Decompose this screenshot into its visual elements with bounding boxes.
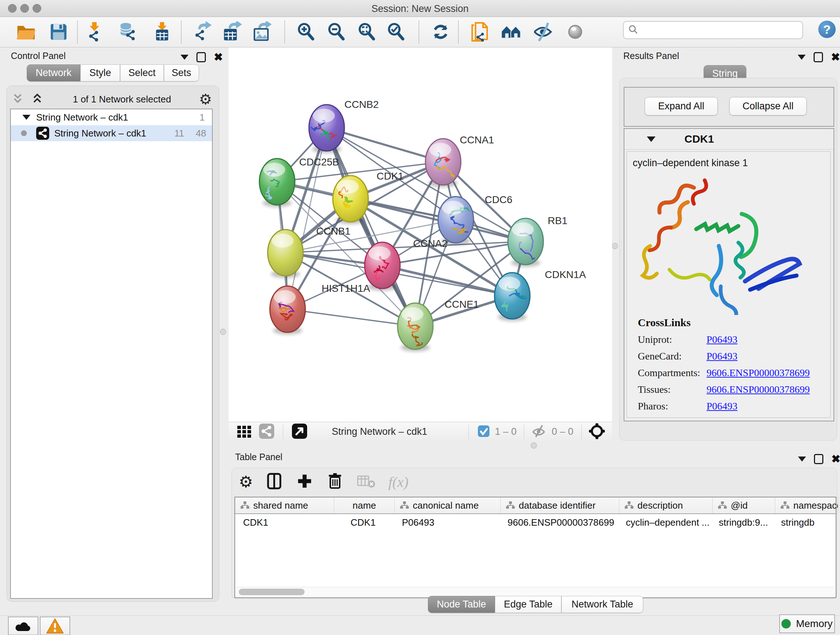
control-panel: Control Panel ✖ NetworkStyleSelectSets 1… [4, 47, 221, 603]
column-header-namespace[interactable]: namespace [775, 497, 838, 513]
column-header-name[interactable]: name [334, 497, 395, 513]
search-input[interactable] [642, 25, 802, 36]
collapse-panel-icon[interactable] [798, 55, 806, 60]
zoom-in-icon[interactable] [295, 21, 317, 42]
canvas-results-splitter[interactable] [612, 48, 617, 441]
warning-button[interactable] [40, 616, 70, 635]
collapse-all-networks-icon[interactable] [11, 92, 25, 106]
delete-column-icon[interactable] [326, 472, 344, 492]
network-from-selection-icon[interactable] [470, 21, 491, 42]
tab-select[interactable]: Select [120, 65, 164, 81]
crosslink-link[interactable]: P06493 [706, 334, 737, 345]
table-settings-gear-icon[interactable]: ⚙ [239, 474, 253, 490]
close-panel-icon[interactable]: ✖ [831, 455, 840, 463]
save-session-icon[interactable] [48, 21, 69, 42]
selected-checkbox-icon[interactable] [477, 425, 490, 439]
collapse-panel-icon[interactable] [180, 55, 188, 60]
tab-network[interactable]: Network [27, 65, 80, 81]
horizontal-splitter-handle[interactable] [531, 442, 537, 448]
add-column-icon[interactable] [295, 472, 314, 492]
main-toolbar: ? [0, 17, 840, 48]
function-builder-icon: f(x) [388, 473, 409, 491]
node-label: CCNB1 [316, 226, 351, 237]
column-header-database-identifier[interactable]: database identifier [501, 497, 619, 513]
control-canvas-splitter-handle[interactable] [220, 329, 226, 335]
tab-network-table[interactable]: Network Table [561, 596, 643, 613]
tab-sets[interactable]: Sets [164, 65, 199, 81]
collapse-panel-icon[interactable] [798, 456, 806, 462]
network-edge[interactable] [287, 309, 415, 326]
network-node-ccna2[interactable]: CCNA2 [365, 238, 447, 291]
table-row[interactable]: CDK1CDK1P064939606.ENSP00000378699cyclin… [235, 514, 836, 529]
network-node-ccnb2[interactable]: CCNB2 [309, 99, 379, 153]
crosslink-row: GeneCard: P06493 [638, 350, 830, 362]
crosslink-link[interactable]: P06493 [706, 401, 737, 412]
table-horizontal-scrollbar[interactable] [236, 587, 834, 597]
network-options-gear-icon[interactable]: ⚙ [199, 92, 212, 106]
network-canvas[interactable]: CCNB2 CCNA1 CDC25B CDK1 CDC6 RB1 CCNB1 C… [229, 48, 612, 422]
cloud-button[interactable] [8, 616, 38, 635]
column-header--id[interactable]: @id [713, 497, 775, 513]
crosslink-link[interactable]: 9606.ENSP00000378699 [706, 384, 810, 395]
session-home-icon[interactable] [501, 21, 522, 42]
scrollbar-thumb[interactable] [239, 589, 305, 595]
help-button[interactable]: ? [818, 21, 836, 38]
tab-style[interactable]: Style [80, 65, 120, 81]
column-header-shared-name[interactable]: shared name [235, 497, 334, 513]
protein-expander-icon[interactable] [647, 136, 655, 142]
network-share-icon[interactable] [258, 423, 275, 441]
close-panel-icon[interactable]: ✖ [214, 53, 223, 61]
import-table-icon[interactable] [152, 21, 172, 42]
show-columns-icon[interactable] [265, 472, 283, 492]
export-network-icon[interactable] [192, 21, 213, 42]
zoom-fit-icon[interactable] [356, 21, 377, 42]
import-network-file-icon[interactable] [85, 21, 106, 42]
network-node-cdkn1a[interactable]: CDKN1A [494, 269, 586, 321]
birdseye-view-icon[interactable] [565, 21, 586, 42]
column-header-description[interactable]: description [619, 497, 713, 513]
network-node-cdc6[interactable]: CDC6 [438, 194, 512, 245]
table-toolbar: ⚙ f(x) [239, 470, 409, 493]
expand-all-button[interactable]: Expand All [645, 97, 718, 116]
protein-details: cyclin–dependent kinase 1 [627, 151, 831, 418]
tab-node-table[interactable]: Node Table [428, 596, 495, 613]
network-view-title: String Network – cdk1 [332, 426, 427, 437]
collapse-all-button[interactable]: Collapse All [729, 97, 807, 116]
import-network-database-icon[interactable] [118, 21, 139, 42]
float-panel-icon[interactable] [196, 52, 206, 62]
network-row[interactable]: String Network – cdk1 11 48 [11, 125, 212, 141]
column-header-canonical-name[interactable]: canonical name [395, 497, 501, 513]
network-collection-row[interactable]: String Network – cdk1 1 [11, 109, 212, 125]
table-panel: Table Panel ✖ ⚙ f(x) shared namenamecano [227, 450, 840, 600]
memory-button[interactable]: Memory [779, 614, 835, 633]
detach-view-icon[interactable] [291, 423, 308, 441]
close-panel-icon[interactable]: ✖ [831, 53, 840, 61]
network-node-hist1h1a[interactable]: HIST1H1A [270, 283, 370, 334]
crosshair-target-icon[interactable] [588, 423, 606, 441]
network-node-rb1[interactable]: RB1 [508, 215, 567, 267]
grid-view-icon[interactable] [236, 423, 253, 441]
tab-edge-table[interactable]: Edge Table [495, 596, 561, 613]
expand-all-networks-icon[interactable] [30, 92, 45, 106]
collection-expander-icon[interactable] [22, 115, 30, 120]
hidden-eye-slash-icon[interactable] [531, 424, 546, 440]
crosslink-link[interactable]: 9606.ENSP00000378699 [706, 367, 810, 379]
delete-table-icon [356, 473, 376, 491]
zoom-out-icon[interactable] [326, 21, 347, 42]
graphics-details-icon[interactable] [532, 21, 553, 42]
protein-section-header[interactable]: CDK1 [624, 129, 834, 149]
open-file-icon[interactable] [16, 21, 36, 42]
export-table-icon[interactable] [222, 21, 243, 42]
search-icon [628, 24, 638, 36]
network-node-ccne1[interactable]: CCNE1 [398, 299, 479, 352]
export-image-icon[interactable] [251, 21, 272, 42]
network-edge[interactable] [287, 128, 327, 309]
zoom-selected-icon[interactable] [386, 21, 407, 42]
apply-layout-icon[interactable] [430, 21, 451, 42]
crosslink-link[interactable]: P06493 [706, 350, 737, 362]
search-box[interactable] [623, 21, 803, 39]
node-label: CDC6 [485, 194, 512, 205]
float-panel-icon[interactable] [813, 52, 823, 62]
network-node-cdk1[interactable]: CDK1 [333, 171, 404, 224]
float-panel-icon[interactable] [814, 454, 823, 464]
